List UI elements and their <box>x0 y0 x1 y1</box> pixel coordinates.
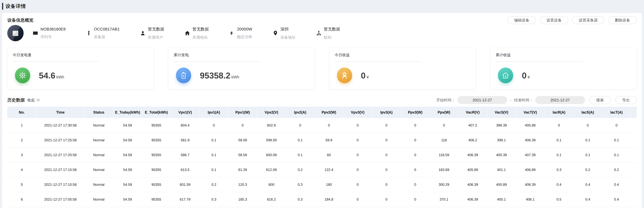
table-cell: 54.59 <box>113 192 142 207</box>
info-item-group: 暂无数据组别 <box>316 26 340 40</box>
table-cell: 95355 <box>142 133 171 148</box>
column-header-no: No. <box>7 106 36 118</box>
table-cell: 0.5 <box>544 192 574 207</box>
edit-device-button[interactable]: 编辑设备 <box>508 16 536 24</box>
table-cell: Normal <box>84 133 113 148</box>
search-button[interactable]: 搜索 <box>589 96 611 104</box>
table-cell: 0 <box>228 118 257 133</box>
table-body: 12021-12-27 17:30:58Normal54.5995355604.… <box>7 118 637 207</box>
table-cell: 407.2 <box>458 118 487 133</box>
table-cell: 54.59 <box>113 133 142 148</box>
table-cell: 0 <box>343 162 372 177</box>
table-cell: 118.59 <box>430 148 458 162</box>
table-cell: 406.39 <box>458 148 487 162</box>
house-energy-icon <box>498 68 513 83</box>
info-value: 暂无数据 <box>192 26 209 32</box>
table-cell: 0 <box>574 118 602 133</box>
info-item-owner-station: 暂无数据所属电站 <box>184 26 209 40</box>
column-header-time: Time <box>36 106 84 118</box>
table-cell: 399.39 <box>487 118 516 133</box>
set-collector-button[interactable]: 设置采集器 <box>572 16 604 24</box>
table-cell: 400.39 <box>487 148 516 162</box>
table-cell: 0 <box>401 118 430 133</box>
stat-card-value: 0¥ <box>361 71 369 80</box>
bolt-icon <box>229 30 235 36</box>
column-header-vacr-v: VacR(V) <box>458 106 487 118</box>
info-label: 组别 <box>324 35 340 40</box>
stat-card-value: 54.6kWh <box>39 71 64 80</box>
table-cell: Normal <box>84 162 113 177</box>
table-cell: 95355 <box>142 177 171 192</box>
start-date-input[interactable]: 2021-12-27 <box>458 96 507 104</box>
table-cell: 2021-12-27 17:10:58 <box>36 177 84 192</box>
table-cell: 0 <box>343 118 372 133</box>
info-value: NOB38160E8 <box>40 27 66 31</box>
table-cell: 0.3 <box>286 177 314 192</box>
info-label: 所属电站 <box>192 35 209 40</box>
stat-card-unit: kWh <box>232 75 239 80</box>
collapse-toggle[interactable]: 收起 <box>27 98 40 103</box>
stat-card-divider <box>496 61 582 62</box>
inverter-image-icon <box>11 28 20 38</box>
column-header-spacer <box>631 106 637 118</box>
info-label: 采集器 <box>94 34 120 39</box>
table-cell-spacer <box>631 148 637 162</box>
table-cell: 406.2 <box>458 133 487 148</box>
column-header-ppv2-w: Ppv2(W) <box>314 106 344 118</box>
table-cell: 604.4 <box>171 118 200 133</box>
table-cell: 6 <box>7 192 36 207</box>
table-cell: 0.4 <box>602 177 631 192</box>
set-device-button[interactable]: 设置设备 <box>540 16 568 24</box>
end-date-input[interactable]: 2021-12-27 <box>536 96 585 104</box>
stat-card-title: 累计发电 <box>174 52 309 58</box>
table-cell: 0.1 <box>286 133 314 148</box>
id-card-icon <box>32 30 38 36</box>
overview-section-title: 设备信息概览 <box>7 17 34 23</box>
table-cell: 2021-12-27 17:05:58 <box>36 192 84 207</box>
collapse-label: 收起 <box>27 98 35 103</box>
table-cell: 95355 <box>142 162 171 177</box>
table-cell: 0 <box>401 192 430 207</box>
table-cell: 401.1 <box>487 162 516 177</box>
table-cell: 61.29 <box>228 162 257 177</box>
table-cell: 600 <box>257 177 286 192</box>
table-cell: 300.29 <box>430 177 458 192</box>
start-time-label: 开始时间： <box>436 98 455 103</box>
table-cell: 370.1 <box>430 192 458 207</box>
info-label: 设备地址 <box>280 35 296 40</box>
stat-card-unit: kWh <box>56 75 64 80</box>
table-cell: 406.39 <box>458 192 487 207</box>
delete-device-button[interactable]: 删除设备 <box>608 16 637 24</box>
table-cell: 1 <box>7 118 36 133</box>
column-header-status: Status <box>84 106 113 118</box>
table-cell: 0.4 <box>544 177 574 192</box>
table-cell: 0.2 <box>574 162 602 177</box>
table-cell: 400.89 <box>487 177 516 192</box>
table-cell: 2021-12-27 17:25:58 <box>36 133 84 148</box>
page-title: 设备详情 <box>6 3 26 9</box>
table-cell: 617.79 <box>171 192 200 207</box>
table-cell: 54.59 <box>113 148 142 162</box>
table-cell: 405.89 <box>458 162 487 177</box>
end-time-label: 结束时间： <box>514 98 533 103</box>
table-cell: 54.59 <box>113 118 142 133</box>
table-cell: 0 <box>430 118 458 133</box>
table-cell: 0.4 <box>574 192 602 207</box>
export-button[interactable]: 导出 <box>615 96 637 104</box>
device-avatar <box>7 25 24 41</box>
table-cell: 616.2 <box>257 192 286 207</box>
stat-card-title: 今日发电量 <box>13 52 148 58</box>
table-cell: 118 <box>430 133 458 148</box>
table-cell: 58.09 <box>228 133 257 148</box>
battery-icon <box>176 68 191 83</box>
table-cell: 0.1 <box>574 133 602 148</box>
table-row: 52021-12-27 17:10:58Normal54.5995355601.… <box>7 177 637 192</box>
column-header-iact-a: IacT(A) <box>602 106 631 118</box>
stat-card-today-energy: 今日发电量54.6kWh <box>7 48 154 89</box>
table-cell: 0 <box>372 162 401 177</box>
table-cell: 0.1 <box>286 148 314 162</box>
stat-card-total-energy: 累计发电95358.2kWh <box>168 48 315 89</box>
table-cell: 0.1 <box>544 133 574 148</box>
table-cell: 0 <box>200 118 228 133</box>
column-header-e-total-kwh: E_Total(kWh) <box>142 106 171 118</box>
